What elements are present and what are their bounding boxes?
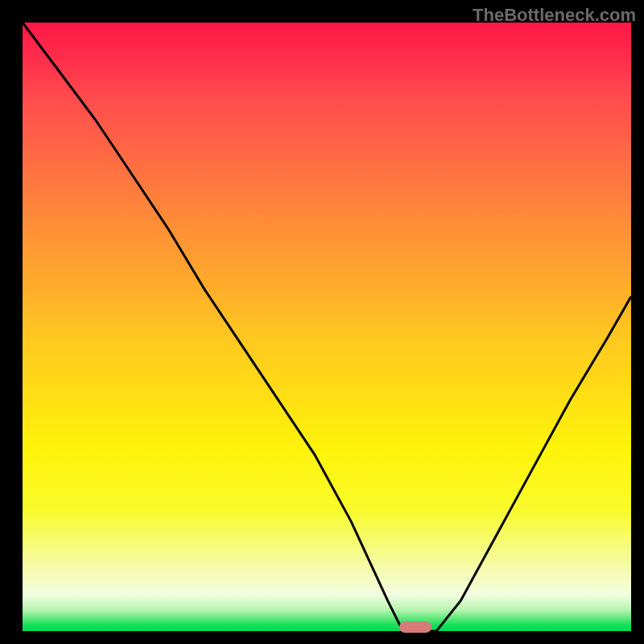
optimal-zone-marker	[399, 621, 431, 633]
plot-frame	[23, 23, 631, 631]
watermark-label: TheBottleneck.com	[473, 5, 636, 26]
bottleneck-curve	[23, 23, 631, 631]
curve-path	[23, 23, 631, 631]
